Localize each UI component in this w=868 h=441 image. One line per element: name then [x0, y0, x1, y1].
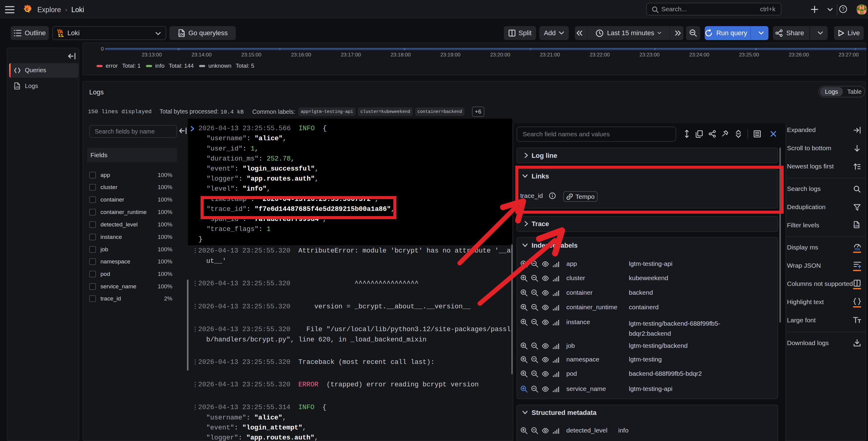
svg-text:?: ?: [842, 7, 845, 12]
svg-text:LOG: LOG: [178, 33, 185, 36]
svg-text:LOG: LOG: [14, 86, 20, 89]
svg-text:ms: ms: [855, 247, 860, 251]
svg-text:LOG: LOG: [854, 224, 860, 227]
